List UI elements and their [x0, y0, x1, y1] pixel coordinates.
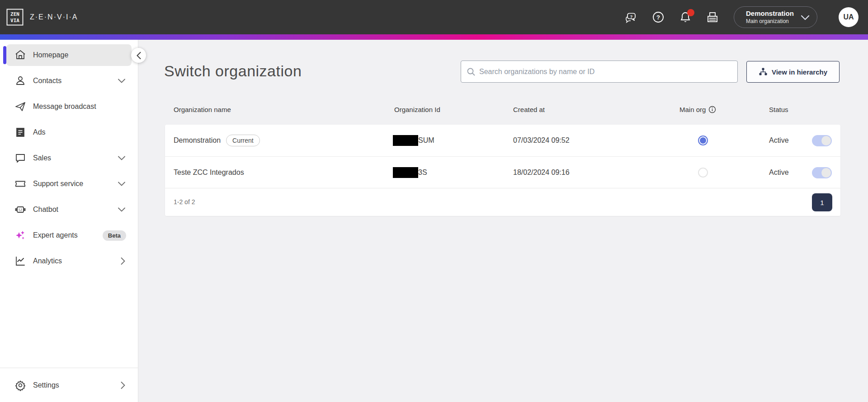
search-icon — [467, 67, 476, 76]
search-input[interactable] — [476, 61, 737, 82]
redacted-org-id — [393, 167, 418, 178]
sidebar-item-label: Sales — [33, 154, 51, 162]
org-switcher-dropdown[interactable]: Demonstration Main organization — [734, 6, 817, 28]
brand-gradient-bar — [0, 34, 868, 40]
chevron-down-icon — [118, 79, 125, 83]
status-cell: Active — [769, 157, 789, 188]
status-cell: Active — [769, 125, 789, 156]
sidebar-item-label: Support service — [33, 180, 83, 188]
created-at-cell: 07/03/2024 09:52 — [513, 125, 570, 156]
sidebar-collapse-button[interactable] — [131, 48, 146, 63]
send-icon — [14, 101, 26, 112]
main-org-header-label: Main org — [679, 106, 706, 113]
svg-text:ZEN: ZEN — [10, 11, 19, 17]
page-title: Switch organization — [164, 62, 302, 80]
pagination-bar: 1-2 of 2 1 — [165, 188, 840, 216]
org-id-cell: 3S — [393, 157, 427, 188]
svg-text:VIA: VIA — [10, 18, 19, 23]
sidebar-item-label: Ads — [33, 128, 46, 136]
sidebar-item-ads[interactable]: Ads — [6, 122, 132, 143]
sidebar-item-expert-agents[interactable]: Expert agents Beta — [6, 224, 132, 246]
org-name-cell: Teste ZCC Integrados — [174, 157, 244, 188]
main-org-cell — [689, 125, 717, 156]
created-at-cell: 18/02/2024 09:16 — [513, 157, 570, 188]
org-switcher-subtitle: Main organization — [746, 18, 794, 25]
redacted-org-id — [393, 135, 418, 146]
main-org-cell — [689, 157, 717, 188]
chevron-right-icon — [121, 257, 125, 265]
notification-badge-dot — [687, 9, 694, 16]
view-in-hierarchy-label: View in hierarchy — [772, 68, 827, 76]
sidebar-item-label: Message broadcast — [33, 103, 96, 111]
sidebar-item-label: Chatbot — [33, 206, 58, 214]
zenvia-logo-icon: ZEN VIA — [6, 9, 24, 26]
sidebar-item-label: Contacts — [33, 77, 61, 85]
sidebar-item-label: Homepage — [33, 51, 68, 59]
ticket-icon — [14, 178, 26, 190]
sidebar-item-label: Settings — [33, 381, 59, 389]
org-name: Demonstration — [174, 136, 221, 145]
sidebar-item-label: Expert agents — [33, 231, 78, 239]
sidebar-footer: Settings — [0, 368, 138, 402]
status-toggle-cell — [812, 125, 832, 156]
column-header-created-at: Created at — [513, 106, 545, 113]
chevron-down-icon — [801, 14, 810, 23]
robot-icon — [14, 204, 26, 215]
chat-support-icon[interactable]: ? — [625, 11, 637, 23]
org-name-cell: Demonstration Current — [174, 125, 260, 156]
notifications-bell-icon[interactable] — [679, 11, 692, 23]
top-bar: ZEN VIA Z·E·N·V·I·A ? ? — [0, 0, 868, 34]
toggle-knob — [821, 168, 831, 178]
column-header-status: Status — [769, 106, 788, 113]
org-id-cell: SUM — [393, 125, 434, 156]
info-icon[interactable] — [708, 106, 716, 113]
pagination-range-label: 1-2 of 2 — [174, 198, 195, 206]
status-toggle[interactable] — [812, 167, 832, 178]
sidebar-item-chatbot[interactable]: Chatbot — [6, 199, 132, 220]
sidebar-item-sales[interactable]: Sales — [6, 147, 132, 169]
view-in-hierarchy-button[interactable]: View in hierarchy — [746, 61, 840, 83]
chevron-right-icon — [121, 382, 125, 389]
organizations-table: Demonstration Current SUM 07/03/2024 09:… — [165, 125, 840, 216]
main-org-radio-unselected[interactable] — [698, 168, 708, 178]
user-avatar[interactable]: UA — [839, 7, 859, 27]
organization-search — [461, 61, 738, 83]
brand-name: Z·E·N·V·I·A — [30, 13, 78, 21]
sidebar-item-analytics[interactable]: Analytics — [6, 250, 132, 272]
svg-text:?: ? — [630, 14, 633, 19]
sidebar-item-message-broadcast[interactable]: Message broadcast — [6, 96, 132, 117]
person-icon — [14, 75, 26, 87]
sparkles-icon — [14, 229, 26, 241]
news-icon — [14, 126, 26, 138]
help-icon[interactable]: ? — [652, 11, 665, 23]
gear-icon — [14, 379, 26, 391]
column-header-main-org: Main org — [679, 106, 716, 113]
sidebar-item-contacts[interactable]: Contacts — [6, 70, 132, 92]
sidebar-item-homepage[interactable]: Homepage — [6, 44, 132, 66]
org-id-suffix: SUM — [418, 136, 434, 145]
chevron-down-icon — [118, 182, 125, 186]
topbar-icons: ? ? — [625, 0, 719, 34]
svg-text:?: ? — [656, 14, 660, 21]
column-header-organization-id: Organization Id — [394, 106, 440, 113]
org-name: Teste ZCC Integrados — [174, 168, 244, 177]
line-chart-icon — [14, 255, 26, 267]
page-1-button[interactable]: 1 — [812, 193, 832, 211]
main-org-radio-selected[interactable] — [698, 136, 708, 145]
chevron-down-icon — [118, 207, 125, 212]
beta-badge: Beta — [103, 230, 126, 241]
sidebar-item-settings[interactable]: Settings — [6, 374, 132, 396]
active-indicator — [3, 46, 6, 64]
hierarchy-icon — [759, 67, 768, 76]
status-toggle[interactable] — [812, 135, 832, 146]
store-icon[interactable] — [706, 11, 719, 23]
column-header-organization-name: Organization name — [174, 106, 231, 113]
table-row[interactable]: Demonstration Current SUM 07/03/2024 09:… — [165, 125, 840, 156]
chevron-down-icon — [118, 156, 125, 160]
table-row[interactable]: Teste ZCC Integrados 3S 18/02/2024 09:16… — [165, 156, 840, 188]
sidebar: Homepage Contacts Message broadcast — [0, 40, 138, 402]
sidebar-item-support-service[interactable]: Support service — [6, 173, 132, 195]
chat-bubble-icon — [14, 152, 26, 164]
sidebar-item-label: Analytics — [33, 257, 62, 265]
brand-logo[interactable]: ZEN VIA Z·E·N·V·I·A — [0, 9, 78, 26]
